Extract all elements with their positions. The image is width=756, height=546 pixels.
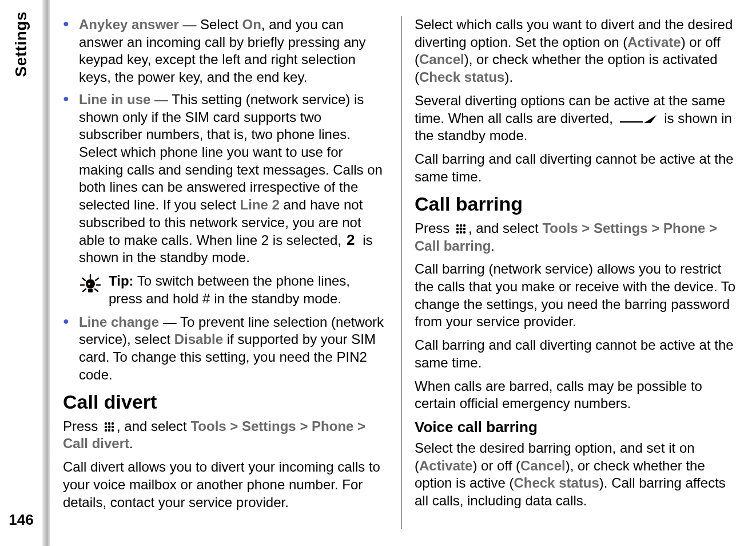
svg-point-12 — [112, 422, 114, 425]
svg-point-24 — [456, 231, 459, 234]
svg-rect-22 — [456, 228, 459, 230]
text: Press — [63, 418, 102, 434]
chevron-right-icon: > — [300, 418, 308, 434]
svg-point-21 — [463, 224, 465, 227]
option-check-status: Check status — [419, 69, 504, 85]
heading-call-divert: Call divert — [63, 391, 387, 413]
page-content: Anykey answer — Select On, and you can a… — [63, 16, 739, 529]
section-title: Settings — [12, 11, 30, 77]
svg-point-19 — [456, 224, 459, 227]
text: ). — [504, 69, 513, 85]
menu-key-icon — [455, 223, 467, 235]
svg-rect-20 — [460, 224, 462, 227]
option-check-status: Check status — [514, 475, 599, 490]
nav-path: Press , and select Tools > Settings > Ph… — [415, 220, 739, 255]
paragraph: Select which calls you want to divert an… — [415, 16, 739, 86]
option-disable: Disable — [174, 331, 223, 347]
nav-call-barring: Call barring — [415, 238, 491, 254]
option-activate: Activate — [627, 34, 681, 50]
nav-tools: Tools — [190, 418, 226, 434]
text: ) or off ( — [472, 458, 520, 473]
text: To switch between the phone lines, press… — [109, 273, 350, 306]
paragraph: When calls are barred, calls may be poss… — [415, 378, 739, 413]
svg-line-6 — [83, 289, 86, 291]
nav-path: Press , and select Tools > Settings > Ph… — [63, 418, 387, 453]
page-number: 146 — [9, 511, 33, 529]
nav-tools: Tools — [542, 220, 578, 236]
nav-phone: Phone — [312, 418, 353, 434]
paragraph: Call barring and call diverting cannot b… — [415, 151, 739, 185]
text: Press — [415, 220, 453, 236]
svg-point-26 — [463, 231, 465, 234]
paragraph: Several diverting options can be active … — [415, 92, 739, 145]
tip-callout: Tip: To switch between the phone lines, … — [79, 272, 387, 307]
chevron-right-icon: > — [230, 418, 238, 434]
svg-line-2 — [82, 278, 85, 280]
nav-settings: Settings — [594, 220, 648, 236]
nav-call-divert: Call divert — [63, 436, 129, 451]
svg-rect-16 — [108, 429, 110, 432]
settings-bullet-list: Line change — To prevent line selection … — [63, 314, 387, 384]
text: . — [129, 436, 133, 451]
svg-rect-13 — [105, 426, 107, 428]
svg-rect-9 — [88, 288, 93, 292]
paragraph: Select the desired barring option, and s… — [415, 440, 739, 510]
menu-key-icon — [103, 421, 116, 433]
text: . — [491, 238, 495, 254]
heading-voice-call-barring: Voice call barring — [415, 418, 739, 436]
nav-settings: Settings — [242, 418, 296, 434]
text: — Select — [179, 17, 242, 32]
svg-line-3 — [96, 278, 98, 280]
term-line-change: Line change — [79, 314, 159, 330]
option-on: On — [242, 17, 261, 32]
option-line-2: Line 2 — [240, 197, 279, 212]
list-item: Anykey answer — Select On, and you can a… — [63, 16, 387, 86]
tip-label: Tip: — [109, 273, 134, 288]
chevron-right-icon: > — [582, 220, 590, 236]
digit-2-icon: 2 — [347, 232, 358, 247]
nav-phone: Phone — [663, 220, 705, 236]
heading-call-barring: Call barring — [415, 193, 739, 215]
paragraph: Call barring (network service) allows yo… — [415, 260, 739, 331]
column-separator — [401, 16, 401, 529]
sidebar: Settings 146 — [0, 0, 42, 546]
settings-bullet-list: Anykey answer — Select On, and you can a… — [63, 16, 387, 267]
sidebar-divider — [42, 0, 50, 546]
svg-point-10 — [105, 422, 107, 425]
text: — This setting (network service) is show… — [79, 92, 383, 212]
term-anykey-answer: Anykey answer — [79, 17, 179, 32]
svg-point-8 — [88, 283, 90, 285]
chevron-right-icon: > — [709, 220, 717, 236]
tip-text: Tip: To switch between the phone lines, … — [109, 272, 387, 307]
text: , and select — [468, 220, 542, 236]
option-activate: Activate — [419, 458, 472, 473]
lightbulb-icon — [79, 274, 102, 296]
paragraph: Call barring and call diverting cannot b… — [415, 337, 739, 371]
option-cancel: Cancel — [419, 52, 464, 67]
svg-rect-14 — [112, 426, 114, 428]
svg-rect-11 — [108, 422, 110, 425]
chevron-right-icon: > — [357, 418, 365, 434]
list-item: Line in use — This setting (network serv… — [63, 91, 387, 267]
svg-text:2: 2 — [347, 232, 355, 247]
divert-indicator-icon — [618, 113, 659, 125]
svg-rect-25 — [460, 231, 462, 234]
list-item: Line change — To prevent line selection … — [63, 314, 387, 384]
term-line-in-use: Line in use — [79, 92, 150, 107]
chevron-right-icon: > — [651, 220, 659, 236]
svg-line-7 — [95, 289, 98, 291]
option-cancel: Cancel — [520, 458, 566, 473]
svg-point-17 — [112, 429, 114, 432]
text: , and select — [117, 418, 190, 434]
svg-point-15 — [105, 429, 107, 432]
svg-rect-23 — [463, 228, 465, 230]
paragraph: Call divert allows you to divert your in… — [63, 458, 387, 511]
